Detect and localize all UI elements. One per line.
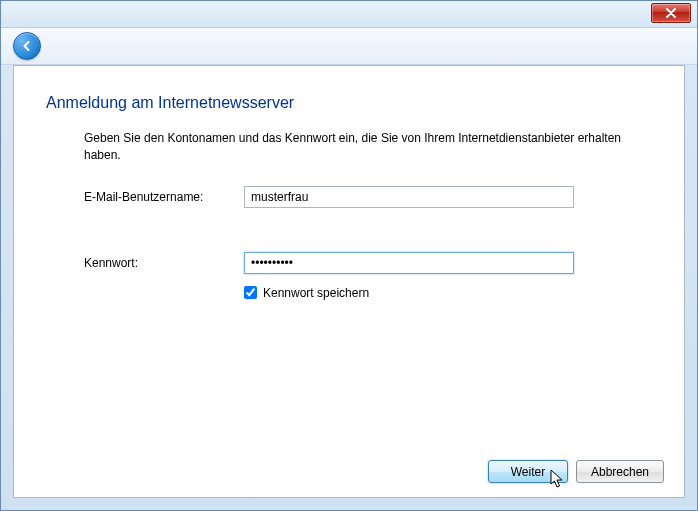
content-panel: Anmeldung am Internetnewsserver Geben Si… <box>13 65 685 498</box>
next-button[interactable]: Weiter <box>488 460 568 483</box>
close-button[interactable] <box>651 3 691 23</box>
remember-password-row: Kennwort speichern <box>244 286 652 300</box>
cancel-button[interactable]: Abbrechen <box>576 460 664 483</box>
close-icon <box>665 8 677 18</box>
instructions-text: Geben Sie den Kontonamen und das Kennwor… <box>84 130 644 164</box>
password-input[interactable] <box>244 252 574 274</box>
password-label: Kennwort: <box>84 256 244 270</box>
username-row: E-Mail-Benutzername: <box>84 186 652 208</box>
nav-bar <box>1 28 697 65</box>
password-row: Kennwort: <box>84 252 652 274</box>
remember-password-checkbox[interactable] <box>244 286 257 299</box>
credentials-form: E-Mail-Benutzername: Kennwort: Kennwort … <box>84 186 652 300</box>
username-input[interactable] <box>244 186 574 208</box>
button-bar: Weiter Abbrechen <box>488 460 664 483</box>
remember-password-label: Kennwort speichern <box>263 286 369 300</box>
back-button[interactable] <box>13 32 41 60</box>
page-heading: Anmeldung am Internetnewsserver <box>46 94 652 112</box>
back-arrow-icon <box>20 39 34 53</box>
username-label: E-Mail-Benutzername: <box>84 190 244 204</box>
wizard-window: Anmeldung am Internetnewsserver Geben Si… <box>0 0 698 511</box>
title-bar <box>1 1 697 28</box>
